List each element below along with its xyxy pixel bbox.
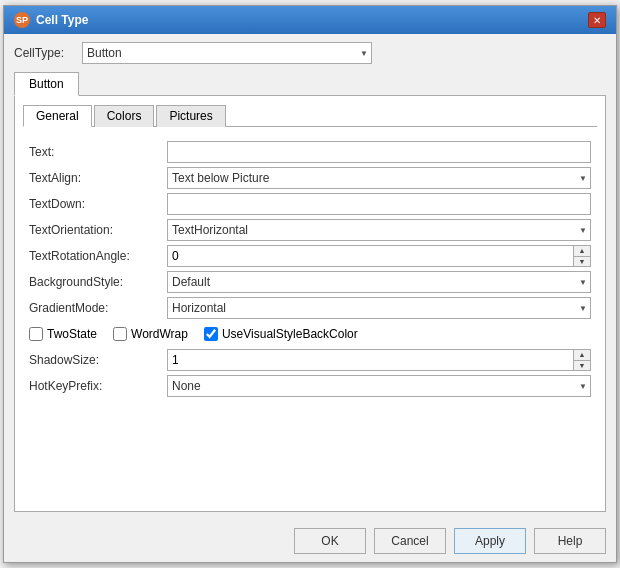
hotkeyprefix-select[interactable]: None Show Hide <box>167 375 591 397</box>
dialog-body: CellType: Button CheckBox ComboBox TextB… <box>4 34 616 520</box>
checkbox-row: TwoState WordWrap UseVisualStyleBackColo… <box>29 323 591 345</box>
label-text: Text: <box>29 145 159 159</box>
textrotationangle-spin-down[interactable]: ▼ <box>574 256 590 267</box>
celltype-row: CellType: Button CheckBox ComboBox TextB… <box>14 42 606 64</box>
textrotationangle-spin-up[interactable]: ▲ <box>574 246 590 256</box>
twostate-checkbox-item[interactable]: TwoState <box>29 327 97 341</box>
gradientmode-select[interactable]: Horizontal Vertical ForwardDiagonal Back… <box>167 297 591 319</box>
textrotationangle-input[interactable] <box>167 245 573 267</box>
shadowsize-spin-buttons: ▲ ▼ <box>573 349 591 371</box>
label-shadowsize: ShadowSize: <box>29 353 159 367</box>
label-textdown: TextDown: <box>29 197 159 211</box>
shadowsize-spinbox: ▲ ▼ <box>167 349 591 371</box>
title-bar: SP Cell Type ✕ <box>4 6 616 34</box>
dialog-footer: OK Cancel Apply Help <box>4 520 616 562</box>
textrotationangle-spinbox: ▲ ▼ <box>167 245 591 267</box>
shadowsize-input[interactable] <box>167 349 573 371</box>
outer-tab-button[interactable]: Button <box>14 72 79 96</box>
gradientmode-select-wrapper: Horizontal Vertical ForwardDiagonal Back… <box>167 297 591 319</box>
tab-colors[interactable]: Colors <box>94 105 155 127</box>
celltype-select-wrapper: Button CheckBox ComboBox TextBox <box>82 42 372 64</box>
tab-pictures[interactable]: Pictures <box>156 105 225 127</box>
textalign-select[interactable]: Text below Picture Text above Picture Te… <box>167 167 591 189</box>
app-icon: SP <box>14 12 30 28</box>
label-textrotationangle: TextRotationAngle: <box>29 249 159 263</box>
inner-tab-bar: General Colors Pictures <box>23 104 597 127</box>
twostate-checkbox[interactable] <box>29 327 43 341</box>
input-text[interactable] <box>167 141 591 163</box>
wordwrap-label: WordWrap <box>131 327 188 341</box>
label-gradientmode: GradientMode: <box>29 301 159 315</box>
backgroundstyle-select-wrapper: Default Solid None <box>167 271 591 293</box>
dialog-title: Cell Type <box>36 13 88 27</box>
outer-tab-bar: Button <box>14 72 606 96</box>
wordwrap-checkbox[interactable] <box>113 327 127 341</box>
help-button[interactable]: Help <box>534 528 606 554</box>
form-grid: Text: TextAlign: Text below Picture Text… <box>23 137 597 401</box>
twostate-label: TwoState <box>47 327 97 341</box>
label-hotkeyprefix: HotKeyPrefix: <box>29 379 159 393</box>
spacer <box>23 401 597 503</box>
input-textdown[interactable] <box>167 193 591 215</box>
shadowsize-spin-up[interactable]: ▲ <box>574 350 590 360</box>
backgroundstyle-select[interactable]: Default Solid None <box>167 271 591 293</box>
textrotationangle-spin-buttons: ▲ ▼ <box>573 245 591 267</box>
usevisualstyle-label: UseVisualStyleBackColor <box>222 327 358 341</box>
shadowsize-spin-down[interactable]: ▼ <box>574 360 590 371</box>
label-backgroundstyle: BackgroundStyle: <box>29 275 159 289</box>
apply-button[interactable]: Apply <box>454 528 526 554</box>
main-panel: General Colors Pictures Text: TextAlign:… <box>14 95 606 512</box>
wordwrap-checkbox-item[interactable]: WordWrap <box>113 327 188 341</box>
celltype-label: CellType: <box>14 46 74 60</box>
usevisualstyle-checkbox-item[interactable]: UseVisualStyleBackColor <box>204 327 358 341</box>
label-textalign: TextAlign: <box>29 171 159 185</box>
label-textorientation: TextOrientation: <box>29 223 159 237</box>
hotkeyprefix-select-wrapper: None Show Hide <box>167 375 591 397</box>
textorientation-select[interactable]: TextHorizontal TextVertical <box>167 219 591 241</box>
textorientation-select-wrapper: TextHorizontal TextVertical <box>167 219 591 241</box>
textalign-select-wrapper: Text below Picture Text above Picture Te… <box>167 167 591 189</box>
usevisualstyle-checkbox[interactable] <box>204 327 218 341</box>
ok-button[interactable]: OK <box>294 528 366 554</box>
tab-general[interactable]: General <box>23 105 92 127</box>
close-button[interactable]: ✕ <box>588 12 606 28</box>
dialog: SP Cell Type ✕ CellType: Button CheckBox… <box>3 5 617 563</box>
celltype-select[interactable]: Button CheckBox ComboBox TextBox <box>82 42 372 64</box>
cancel-button[interactable]: Cancel <box>374 528 446 554</box>
